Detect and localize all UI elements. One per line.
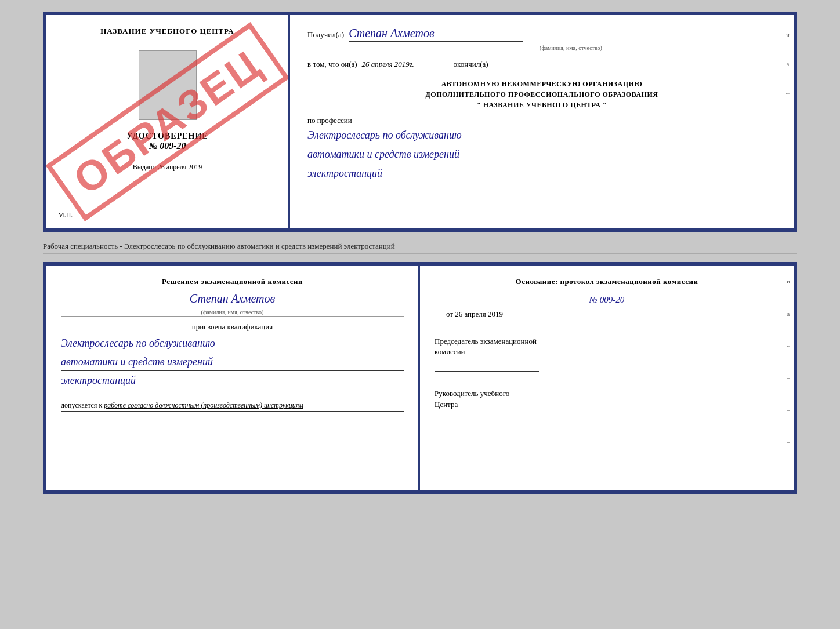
- protocol-date: от 26 апреля 2019: [446, 310, 779, 319]
- qual-line3: электростанций: [61, 373, 404, 390]
- protocol-date-value: 26 апреля 2019: [455, 310, 503, 318]
- received-name: Степан Ахметов: [349, 27, 523, 42]
- org-line3: " НАЗВАНИЕ УЧЕБНОГО ЦЕНТРА ": [307, 100, 776, 110]
- head-label: Руководитель учебного Центра: [435, 388, 779, 409]
- bottom-left-panel: Решением экзаменационной комиссии Степан…: [46, 266, 420, 490]
- head-block: Руководитель учебного Центра: [435, 388, 779, 435]
- qual-line2: автоматики и средств измерений: [61, 355, 404, 371]
- in-that-label: в том, что он(а): [307, 60, 357, 69]
- date-from-label: от: [446, 310, 453, 318]
- allowed-text-value: работе согласно должностным (производств…: [104, 401, 303, 409]
- date-line: в том, что он(а) 26 апреля 2019г. окончи…: [307, 60, 776, 70]
- issued-label: Выдано: [133, 163, 156, 171]
- right-panel-top: Получил(а) Степан Ахметов (фамилия, имя,…: [290, 15, 794, 228]
- photo-placeholder: [139, 50, 197, 120]
- person-name-bottom: Степан Ахметов: [61, 292, 404, 307]
- date-value-top: 26 апреля 2019г.: [362, 60, 449, 70]
- name-subtitle-bottom: (фамилия, имя, отчество): [61, 309, 404, 317]
- finished-label: окончил(а): [454, 60, 488, 69]
- allowed-label: допускается к: [61, 401, 102, 409]
- basis-text: Основание: протокол экзаменационной коми…: [435, 277, 779, 286]
- head-sig-line: [435, 413, 539, 424]
- profession-line1: Электрослесарь по обслуживанию: [307, 128, 776, 144]
- left-panel-top: НАЗВАНИЕ УЧЕБНОГО ЦЕНТРА УДОСТОВЕРЕНИЕ №…: [46, 15, 290, 228]
- org-line1: АВТОНОМНУЮ НЕКОММЕРЧЕСКУЮ ОРГАНИЗАЦИЮ: [307, 79, 776, 89]
- cert-type: УДОСТОВЕРЕНИЕ: [126, 132, 208, 141]
- allowed-text: допускается к работе согласно должностны…: [61, 401, 404, 412]
- profession-label: по профессии: [307, 116, 776, 125]
- chairman-block: Председатель экзаменационной комиссии: [435, 336, 779, 383]
- bottom-right-panel: Основание: протокол экзаменационной коми…: [420, 266, 794, 490]
- top-certificate: НАЗВАНИЕ УЧЕБНОГО ЦЕНТРА УДОСТОВЕРЕНИЕ №…: [43, 12, 797, 232]
- side-deco-top: и а ← – – – –: [782, 15, 794, 228]
- name-subtitle-top: (фамилия, имя, отчество): [365, 45, 776, 51]
- protocol-number: № 009-20: [435, 295, 779, 305]
- received-label: Получил(а): [307, 30, 344, 39]
- issued-date: 26 апреля 2019: [158, 163, 202, 171]
- specialty-note: Рабочая специальность - Электрослесарь п…: [43, 239, 797, 254]
- decision-text: Решением экзаменационной комиссии: [61, 277, 404, 286]
- chairman-sig-line: [435, 360, 539, 372]
- profession-line3: электростанций: [307, 166, 776, 183]
- qualification-label: присвоена квалификация: [61, 322, 404, 332]
- qual-line1: Электрослесарь по обслуживанию: [61, 336, 404, 352]
- chairman-label: Председатель экзаменационной комиссии: [435, 336, 779, 357]
- bottom-certificate: Решением экзаменационной комиссии Степан…: [43, 262, 797, 494]
- side-deco-bottom: и а ← – – – –: [783, 266, 794, 490]
- profession-line2: автоматики и средств измерений: [307, 147, 776, 163]
- mp-stamp: М.П.: [58, 211, 73, 220]
- document-container: НАЗВАНИЕ УЧЕБНОГО ЦЕНТРА УДОСТОВЕРЕНИЕ №…: [43, 12, 797, 494]
- org-line2: ДОПОЛНИТЕЛЬНОГО ПРОФЕССИОНАЛЬНОГО ОБРАЗО…: [307, 89, 776, 100]
- org-text: АВТОНОМНУЮ НЕКОММЕРЧЕСКУЮ ОРГАНИЗАЦИЮ ДО…: [307, 79, 776, 110]
- cert-issued: Выдано 26 апреля 2019: [133, 163, 202, 172]
- cert-number: № 009-20: [149, 141, 186, 151]
- cert-title-left: НАЗВАНИЕ УЧЕБНОГО ЦЕНТРА: [100, 27, 234, 36]
- received-line: Получил(а) Степан Ахметов: [307, 27, 776, 42]
